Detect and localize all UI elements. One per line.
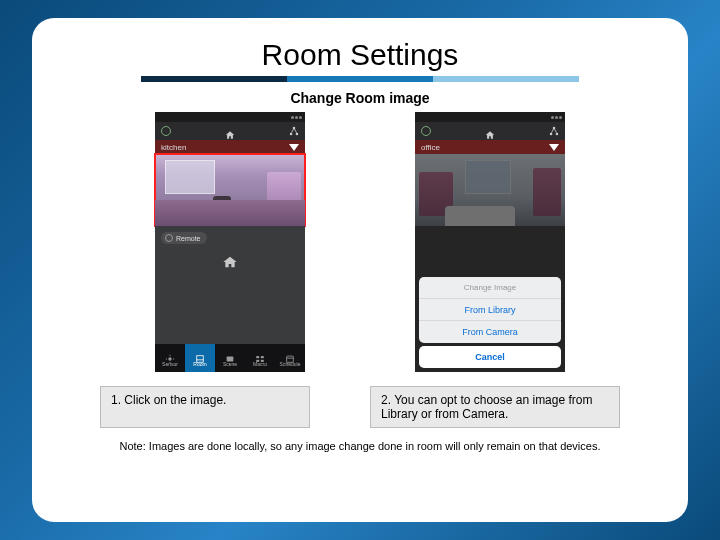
macro-icon [255,350,265,360]
tab-bar: Sensor Room Scene Macro Schedule [155,344,305,372]
caption-step-2: 2. You can opt to choose an image from L… [370,386,620,428]
chevron-down-icon [289,144,299,151]
svg-rect-6 [261,356,264,358]
app-top-bar [155,122,305,140]
action-sheet-header: Change Image [419,277,561,299]
home-icon[interactable] [484,126,496,136]
svg-point-12 [556,133,559,136]
title-underline [141,76,579,82]
svg-point-2 [296,133,299,136]
tab-macro[interactable]: Macro [245,344,275,372]
room-body: Remote [155,226,305,344]
home-icon[interactable] [224,126,236,136]
slide-title: Room Settings [68,38,652,72]
tab-label: Schedule [280,361,301,367]
tab-schedule[interactable]: Schedule [275,344,305,372]
tab-label: Room [193,361,206,367]
app-top-bar [415,122,565,140]
sensor-icon [165,350,175,360]
remote-label: Remote [176,235,201,242]
footer-note: Note: Images are done locally, so any im… [68,440,652,452]
schedule-icon [285,350,295,360]
slide-subtitle: Change Room image [68,90,652,106]
room-name-text: office [421,143,440,152]
room-name-bar[interactable]: office [415,140,565,154]
tab-label: Macro [253,361,267,367]
tab-label: Scene [223,361,237,367]
remote-icon [165,234,173,242]
screenshot-step-2: office Change Image From Library From Ca… [415,112,565,372]
svg-rect-5 [256,356,259,358]
tab-sensor[interactable]: Sensor [155,344,185,372]
network-icon[interactable] [549,126,559,136]
room-icon [195,350,205,360]
remote-chip[interactable]: Remote [161,232,207,244]
option-from-library[interactable]: From Library [419,299,561,321]
cancel-button[interactable]: Cancel [419,346,561,368]
tab-room[interactable]: Room [185,344,215,372]
power-icon[interactable] [421,126,431,136]
tab-label: Sensor [162,361,178,367]
room-image[interactable] [155,154,305,226]
tab-scene[interactable]: Scene [215,344,245,372]
option-from-camera[interactable]: From Camera [419,321,561,343]
status-bar [415,112,565,122]
screenshot-step-1: kitchen Remote Sensor [155,112,305,372]
modal-dimmer: Change Image From Library From Camera Ca… [415,154,565,372]
power-icon[interactable] [161,126,171,136]
room-name-text: kitchen [161,143,186,152]
network-icon[interactable] [289,126,299,136]
home-flat-icon [221,254,239,270]
svg-point-11 [550,133,553,136]
status-bar [155,112,305,122]
action-sheet: Change Image From Library From Camera Ca… [419,277,561,368]
svg-point-1 [290,133,293,136]
scene-icon [225,350,235,360]
room-name-bar[interactable]: kitchen [155,140,305,154]
caption-step-1: 1. Click on the image. [100,386,310,428]
chevron-down-icon [549,144,559,151]
